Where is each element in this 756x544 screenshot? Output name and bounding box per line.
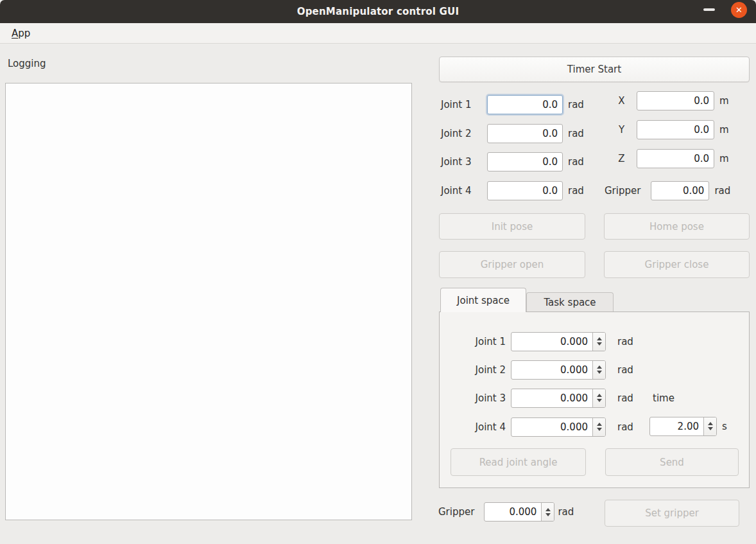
spin-joint1-spinbox[interactable]: 0.000 — [511, 332, 606, 351]
spin-joint3-label: Joint 3 — [449, 392, 506, 404]
spin-joint4-spinbox[interactable]: 0.000 — [511, 417, 606, 437]
gripper-control-label: Gripper — [438, 506, 474, 518]
spin-joint2-spinbox[interactable]: 0.000 — [511, 360, 606, 380]
joint2-unit: rad — [568, 128, 584, 139]
spin-joint3-spinbox[interactable]: 0.000 — [511, 389, 606, 408]
time-label: time — [653, 392, 674, 404]
x-label: X — [606, 95, 637, 107]
time-row: 2.00 s — [649, 416, 746, 436]
joint3-label: Joint 3 — [441, 156, 487, 168]
joint3-readout-row: Joint 3 0.0 rad — [441, 152, 601, 171]
logging-textarea[interactable] — [5, 83, 412, 520]
spin-joint4-unit: rad — [617, 421, 633, 433]
home-pose-button[interactable]: Home pose — [604, 213, 750, 240]
spinner-arrows-icon[interactable] — [592, 333, 605, 351]
z-readout-field[interactable]: 0.0 — [637, 149, 714, 168]
gripper-spinbox[interactable]: 0.000 — [484, 502, 554, 522]
tab-joint-space[interactable]: Joint space — [440, 288, 526, 312]
z-label: Z — [606, 153, 637, 164]
spin-joint4-row: Joint 4 0.000 rad — [449, 417, 642, 437]
send-button[interactable]: Send — [605, 448, 739, 476]
spin-joint3-row: Joint 3 0.000 rad — [449, 388, 642, 408]
spinner-arrows-icon[interactable] — [541, 503, 554, 521]
joint3-unit: rad — [568, 156, 584, 168]
spin-joint1-label: Joint 1 — [449, 336, 506, 347]
y-readout-field[interactable]: 0.0 — [637, 120, 714, 139]
spin-joint4-label: Joint 4 — [449, 421, 506, 433]
window-title: OpenManipulator control GUI — [297, 6, 460, 17]
spin-joint2-unit: rad — [617, 364, 633, 376]
joint3-readout-field[interactable]: 0.0 — [487, 152, 563, 171]
app-window: OpenManipulator control GUI ✕ App Loggin… — [0, 0, 756, 544]
joint4-readout-row: Joint 4 0.0 rad — [441, 180, 601, 200]
x-readout-field[interactable]: 0.0 — [637, 91, 714, 110]
close-icon[interactable]: ✕ — [731, 2, 747, 18]
gripper-readout-unit: rad — [714, 185, 730, 197]
menu-item-app[interactable]: App — [9, 26, 33, 40]
spinner-arrows-icon[interactable] — [703, 417, 716, 435]
time-spinbox[interactable]: 2.00 — [649, 417, 717, 436]
gripper-readout-row: Gripper 0.00 rad — [605, 180, 751, 200]
joint2-label: Joint 2 — [441, 128, 487, 139]
tab-task-space[interactable]: Task space — [526, 292, 614, 312]
z-unit: m — [719, 153, 729, 164]
spin-joint2-label: Joint 2 — [449, 364, 506, 376]
joint1-label: Joint 1 — [441, 99, 487, 110]
time-unit: s — [722, 421, 727, 432]
y-readout-row: Y 0.0 m — [606, 119, 751, 139]
spin-joint1-unit: rad — [617, 336, 633, 347]
joint4-label: Joint 4 — [441, 185, 487, 197]
read-joint-angle-button[interactable]: Read joint angle — [451, 448, 586, 476]
joint4-readout-field[interactable]: 0.0 — [487, 181, 563, 200]
spinner-arrows-icon[interactable] — [592, 418, 605, 436]
gripper-control-row: Gripper 0.000 rad — [438, 502, 599, 522]
titlebar[interactable]: OpenManipulator control GUI — [0, 0, 756, 23]
joint1-readout-field[interactable]: 0.0 — [487, 95, 563, 114]
minimize-icon[interactable] — [703, 8, 715, 11]
x-unit: m — [719, 95, 729, 107]
gripper-control-unit: rad — [558, 506, 574, 518]
set-gripper-button[interactable]: Set gripper — [605, 500, 739, 527]
spin-joint1-row: Joint 1 0.000 rad — [449, 331, 642, 351]
joint1-unit: rad — [568, 99, 584, 110]
gripper-readout-field[interactable]: 0.00 — [651, 181, 709, 200]
menubar: App — [0, 23, 756, 44]
init-pose-button[interactable]: Init pose — [439, 213, 585, 240]
spin-joint2-row: Joint 2 0.000 rad — [449, 360, 642, 380]
gripper-open-button[interactable]: Gripper open — [439, 251, 585, 278]
joint4-unit: rad — [568, 185, 584, 197]
x-readout-row: X 0.0 m — [606, 91, 751, 110]
spinner-arrows-icon[interactable] — [592, 361, 605, 379]
joint2-readout-field[interactable]: 0.0 — [487, 124, 563, 143]
gripper-close-button[interactable]: Gripper close — [604, 251, 750, 278]
logging-label: Logging — [8, 58, 46, 69]
z-readout-row: Z 0.0 m — [606, 148, 751, 168]
gripper-readout-label: Gripper — [605, 185, 640, 197]
joint1-readout-row: Joint 1 0.0 rad — [441, 94, 601, 114]
spin-joint3-unit: rad — [617, 392, 633, 404]
joint2-readout-row: Joint 2 0.0 rad — [441, 123, 601, 143]
y-label: Y — [606, 124, 637, 136]
timer-start-button[interactable]: Timer Start — [439, 57, 750, 82]
y-unit: m — [719, 124, 729, 136]
spinner-arrows-icon[interactable] — [592, 389, 605, 407]
